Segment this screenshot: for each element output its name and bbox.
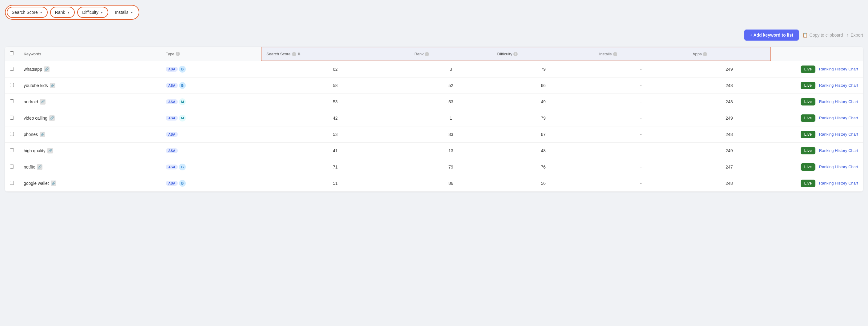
filter-search-score[interactable]: Search Score ▼	[7, 7, 48, 18]
filter-rank[interactable]: Rank ▼	[50, 7, 75, 18]
installs-cell: -	[594, 175, 687, 191]
toolbar: + Add keyword to list 📋 Copy to clipboar…	[5, 26, 863, 44]
row-checkbox[interactable]	[10, 67, 14, 71]
ranking-history-link[interactable]: Ranking History Chart	[819, 181, 858, 186]
difficulty-cell: 76	[492, 159, 594, 175]
badge-asa: ASA	[166, 165, 178, 169]
keyword-cell: high quality🔗	[19, 142, 161, 159]
live-button[interactable]: Live	[801, 180, 815, 187]
installs-cell: -	[594, 110, 687, 126]
chevron-down-icon: ▼	[130, 11, 133, 14]
type-info-icon[interactable]: i	[176, 52, 180, 56]
keyword-icon[interactable]: 🔗	[44, 66, 50, 72]
keyword-icon[interactable]: 🔗	[48, 148, 53, 154]
row-checkbox[interactable]	[10, 116, 14, 120]
apps-info-icon[interactable]: i	[703, 52, 707, 56]
keyword-icon[interactable]: 🔗	[37, 164, 42, 170]
type-cell: ASAM	[161, 94, 261, 110]
keyword-icon[interactable]: 🔗	[40, 132, 45, 137]
difficulty-cell: 56	[492, 175, 594, 191]
filter-difficulty[interactable]: Difficulty ▼	[77, 7, 108, 18]
th-actions	[771, 47, 863, 61]
installs-cell: -	[594, 126, 687, 142]
rank-info-icon[interactable]: i	[425, 52, 429, 56]
th-search-score: Search Score i ⇅	[261, 47, 409, 61]
live-button[interactable]: Live	[801, 98, 815, 105]
live-button[interactable]: Live	[801, 115, 815, 122]
add-keyword-label: + Add keyword to list	[750, 33, 793, 37]
row-checkbox[interactable]	[10, 181, 14, 185]
badge-asa: ASA	[166, 67, 178, 72]
ranking-history-link[interactable]: Ranking History Chart	[819, 132, 858, 136]
search-score-info-icon[interactable]: i	[292, 52, 296, 56]
row-checkbox[interactable]	[10, 165, 14, 168]
table-row: video calling🔗ASAM42179-249 Live Ranking…	[5, 110, 863, 126]
select-all-header[interactable]	[5, 47, 19, 61]
keyword-icon[interactable]: 🔗	[40, 99, 45, 104]
th-difficulty: Difficulty i	[492, 47, 594, 61]
keyword-text: android	[24, 99, 38, 104]
add-keyword-button[interactable]: + Add keyword to list	[744, 30, 799, 41]
select-all-checkbox[interactable]	[10, 52, 14, 55]
chevron-down-icon: ▼	[67, 11, 70, 14]
keyword-cell: video calling🔗	[19, 110, 161, 126]
ranking-history-link[interactable]: Ranking History Chart	[819, 116, 858, 120]
apps-cell: 248	[688, 77, 771, 94]
apps-cell: 249	[688, 61, 771, 77]
difficulty-cell: 48	[492, 142, 594, 159]
live-button[interactable]: Live	[801, 147, 815, 154]
live-button[interactable]: Live	[801, 131, 815, 138]
rank-cell: 53	[409, 94, 492, 110]
apps-cell: 248	[688, 126, 771, 142]
row-checkbox[interactable]	[10, 132, 14, 136]
row-checkbox[interactable]	[10, 99, 14, 103]
search-score-sort-icon[interactable]: ⇅	[298, 52, 301, 56]
row-checkbox-cell	[5, 110, 19, 126]
actions-cell: Live Ranking History Chart	[771, 142, 863, 159]
actions-cell: Live Ranking History Chart	[771, 159, 863, 175]
table-row: netflix🔗ASAB717976-247 Live Ranking Hist…	[5, 159, 863, 175]
badge-asa: ASA	[166, 116, 178, 121]
rank-cell: 79	[409, 159, 492, 175]
search-score-cell: 53	[261, 126, 409, 142]
search-score-cell: 71	[261, 159, 409, 175]
difficulty-info-icon[interactable]: i	[514, 52, 518, 56]
table-row: android🔗ASAM535349-248 Live Ranking Hist…	[5, 94, 863, 110]
ranking-history-link[interactable]: Ranking History Chart	[819, 148, 858, 153]
live-button[interactable]: Live	[801, 66, 815, 73]
ranking-history-link[interactable]: Ranking History Chart	[819, 67, 858, 71]
keyword-icon[interactable]: 🔗	[49, 115, 55, 121]
keyword-icon[interactable]: 🔗	[50, 83, 55, 88]
search-score-cell: 51	[261, 175, 409, 191]
row-checkbox-cell	[5, 77, 19, 94]
badge-b: B	[179, 164, 186, 170]
ranking-history-link[interactable]: Ranking History Chart	[819, 165, 858, 169]
row-checkbox[interactable]	[10, 83, 14, 87]
live-button[interactable]: Live	[801, 163, 815, 171]
actions-cell: Live Ranking History Chart	[771, 110, 863, 126]
row-checkbox[interactable]	[10, 148, 14, 152]
type-cell: ASAB	[161, 77, 261, 94]
copy-clipboard-button[interactable]: 📋 Copy to clipboard	[803, 33, 843, 37]
copy-label: Copy to clipboard	[810, 33, 843, 37]
actions-cell: Live Ranking History Chart	[771, 61, 863, 77]
filter-search-score-label: Search Score	[12, 10, 38, 15]
difficulty-cell: 79	[492, 110, 594, 126]
rank-cell: 1	[409, 110, 492, 126]
installs-info-icon[interactable]: i	[613, 52, 617, 56]
export-button[interactable]: ↑ Export	[847, 33, 863, 37]
ranking-history-link[interactable]: Ranking History Chart	[819, 99, 858, 104]
rank-cell: 86	[409, 175, 492, 191]
ranking-history-link[interactable]: Ranking History Chart	[819, 83, 858, 88]
filter-installs[interactable]: Installs ▼	[111, 7, 137, 18]
badge-m: M	[179, 98, 186, 105]
chevron-down-icon: ▼	[40, 11, 43, 14]
live-button[interactable]: Live	[801, 82, 815, 89]
th-keywords: Keywords	[19, 47, 161, 61]
keyword-cell: android🔗	[19, 94, 161, 110]
keywords-table: Keywords Type i Search Score i	[5, 47, 863, 192]
difficulty-cell: 49	[492, 94, 594, 110]
keyword-icon[interactable]: 🔗	[51, 181, 56, 186]
installs-cell: -	[594, 159, 687, 175]
rank-cell: 83	[409, 126, 492, 142]
